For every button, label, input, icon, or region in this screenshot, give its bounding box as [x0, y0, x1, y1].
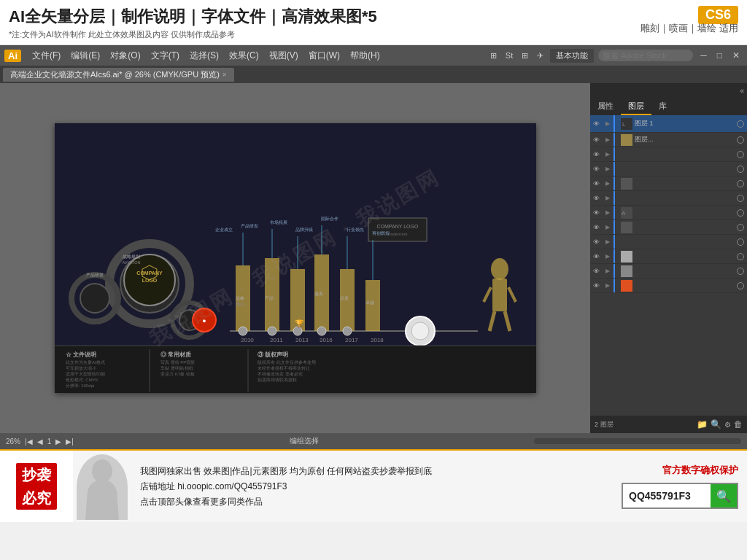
menu-text[interactable]: 文字(T): [146, 50, 185, 62]
badge-line2: 必究: [16, 486, 57, 510]
menu-file[interactable]: 文件(F): [27, 50, 66, 62]
layer-visibility-11[interactable]: 👁: [593, 268, 603, 275]
layer-item-4[interactable]: 👁 ▶: [590, 162, 747, 176]
basic-function-button[interactable]: 基本功能: [550, 49, 594, 63]
horizontal-scrollbar[interactable]: [534, 438, 741, 444]
layer-expand-1[interactable]: ▶: [605, 120, 613, 127]
layer-dot-11: [737, 268, 744, 275]
svg-point-62: [491, 258, 508, 280]
layer-expand-9[interactable]: ▶: [605, 238, 613, 245]
first-page-button[interactable]: |◀: [25, 438, 33, 446]
tab-close-button[interactable]: ×: [222, 71, 227, 79]
layer-visibility-4[interactable]: 👁: [593, 166, 603, 173]
artboard[interactable]: 高端企业文化墙源文件AIcs6.ai 我说图网 · 我说图网 · 我说图网: [55, 123, 536, 393]
page-number: 1: [47, 438, 52, 446]
layer-expand-7[interactable]: ▶: [605, 209, 613, 216]
svg-text:行业领先: 行业领先: [347, 228, 364, 232]
layer-expand-8[interactable]: ▶: [605, 224, 613, 230]
close-button[interactable]: ✕: [729, 50, 743, 61]
layer-visibility-1[interactable]: 👁: [593, 120, 603, 128]
layer-expand-3[interactable]: ▶: [605, 151, 613, 158]
layer-visibility-2[interactable]: 👁: [593, 136, 603, 144]
layer-visibility-12[interactable]: 👁: [593, 282, 603, 289]
layer-item-2[interactable]: 👁 ▶ 图层...: [590, 133, 747, 147]
search-layer-button[interactable]: 🔍: [711, 419, 721, 429]
layer-expand-2[interactable]: ▶: [605, 136, 613, 143]
svg-text:L: L: [622, 121, 626, 128]
layer-visibility-8[interactable]: 👁: [593, 224, 603, 231]
layer-item-5[interactable]: 👁 ▶: [590, 176, 747, 191]
svg-text:写真 喷绘 PP背胶: 写真 喷绘 PP背胶: [160, 359, 195, 365]
layer-thumb-10: [621, 251, 632, 262]
ai-logo: Ai: [4, 50, 21, 62]
menu-edit[interactable]: 编辑(E): [66, 50, 105, 62]
artboard-svg: COMPANY LOGO ● COMPANY LOGO trademark: [55, 123, 536, 393]
main-area: 高端企业文化墙源文件AIcs6.ai 我说图网 · 我说图网 · 我说图网: [0, 83, 747, 433]
tab-library[interactable]: 库: [651, 98, 674, 115]
layer-thumb-4: [621, 163, 632, 175]
maximize-button[interactable]: □: [714, 50, 725, 61]
layer-dot-4: [737, 166, 744, 173]
svg-text:●: ●: [202, 317, 206, 324]
svg-point-33: [343, 327, 352, 335]
panel-collapse-button[interactable]: «: [740, 87, 744, 95]
search-input[interactable]: [598, 50, 693, 61]
layer-thumb-5: [621, 178, 632, 190]
svg-text:此文件为矢量AI格式: 此文件为矢量AI格式: [66, 359, 105, 365]
layer-expand-5[interactable]: ▶: [605, 180, 613, 187]
svg-point-5: [80, 284, 109, 313]
bottom-bar: 26% |◀ ◀ 1 ▶ ▶| 编组选择: [0, 433, 747, 449]
svg-rect-63: [492, 279, 507, 311]
layer-item-6[interactable]: 👁 ▶: [590, 191, 747, 206]
layer-item-12[interactable]: 👁 ▶: [590, 279, 747, 293]
toolbar-icon-st: St: [503, 51, 515, 60]
tab-layers[interactable]: 图层: [621, 98, 651, 115]
layer-expand-4[interactable]: ▶: [605, 166, 613, 172]
layer-options-button[interactable]: ⚙: [724, 421, 731, 429]
menu-help[interactable]: 帮助(H): [345, 50, 385, 62]
layer-dot-3: [737, 151, 744, 158]
delete-layer-button[interactable]: 🗑: [734, 419, 743, 429]
layer-visibility-5[interactable]: 👁: [593, 180, 603, 187]
layer-item-8[interactable]: 👁 ▶: [590, 220, 747, 235]
layer-visibility-7[interactable]: 👁: [593, 209, 603, 217]
footer-store-url: 店铺地址 hi.ooopic.com/QQ455791F3: [140, 481, 578, 493]
menu-view[interactable]: 视图(V): [264, 50, 303, 62]
svg-text:2010: 2010: [241, 337, 254, 343]
layer-visibility-9[interactable]: 👁: [593, 238, 603, 246]
qq-search-button[interactable]: 🔍: [711, 484, 737, 508]
layer-expand-10[interactable]: ▶: [605, 253, 613, 260]
tab-properties[interactable]: 属性: [590, 98, 621, 115]
minimize-button[interactable]: ─: [697, 50, 710, 61]
layer-item-3[interactable]: 👁 ▶: [590, 147, 747, 162]
svg-text:分辨率: 300dpi: 分辨率: 300dpi: [66, 383, 94, 388]
menu-window[interactable]: 窗口(W): [303, 50, 345, 62]
layer-dot-6: [737, 195, 744, 202]
prev-page-button[interactable]: ◀: [37, 438, 43, 446]
last-page-button[interactable]: ▶|: [66, 438, 74, 446]
layer-item-11[interactable]: 👁 ▶: [590, 264, 747, 279]
svg-rect-92: [621, 178, 632, 190]
layer-expand-11[interactable]: ▶: [605, 268, 613, 274]
layer-item-7[interactable]: 👁 ▶ A: [590, 206, 747, 220]
layer-expand-12[interactable]: ▶: [605, 282, 613, 289]
menu-select[interactable]: 选择(S): [185, 50, 224, 62]
layer-expand-6[interactable]: ▶: [605, 195, 613, 201]
svg-point-20: [239, 327, 247, 335]
layer-item-10[interactable]: 👁 ▶: [590, 249, 747, 264]
layer-item-1[interactable]: 👁 ▶ L 图层 1: [590, 115, 747, 133]
toolbar-icon-1: ⊞: [488, 51, 499, 61]
layer-visibility-6[interactable]: 👁: [593, 195, 603, 202]
layer-item-9[interactable]: 👁 ▶: [590, 235, 747, 249]
menu-object[interactable]: 对象(O): [105, 50, 145, 62]
svg-text:市场拓展: 市场拓展: [270, 219, 287, 225]
svg-point-37: [411, 322, 429, 340]
layer-visibility-3[interactable]: 👁: [593, 151, 603, 158]
footer-middle: 我图网独家出售 效果图|作品|元素图形 均为原创 任何网站盗卖抄袭举报到底 店铺…: [131, 451, 587, 522]
layer-visibility-10[interactable]: 👁: [593, 253, 603, 260]
active-tab[interactable]: 高端企业文化墙源文件AIcs6.ai* @ 26% (CMYK/GPU 预览) …: [3, 68, 234, 82]
layer-count-label: 2 图层: [595, 420, 614, 429]
new-layer-button[interactable]: 📁: [697, 419, 708, 429]
menu-effect[interactable]: 效果(C): [224, 50, 264, 62]
next-page-button[interactable]: ▶: [55, 438, 61, 446]
